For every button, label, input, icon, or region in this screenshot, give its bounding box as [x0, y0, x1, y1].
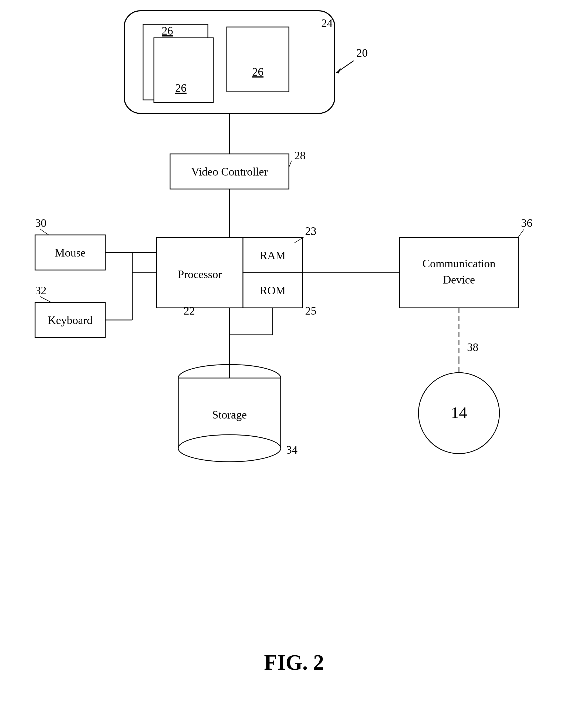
svg-text:36: 36: [521, 217, 532, 229]
svg-text:26: 26: [175, 82, 186, 94]
svg-text:14: 14: [451, 404, 467, 421]
svg-text:Storage: Storage: [212, 409, 247, 421]
svg-text:Processor: Processor: [178, 268, 222, 281]
svg-marker-10: [336, 68, 341, 73]
svg-text:25: 25: [305, 304, 316, 317]
svg-line-43: [518, 230, 524, 237]
svg-text:24: 24: [321, 17, 333, 29]
svg-text:34: 34: [286, 444, 297, 456]
svg-text:28: 28: [294, 149, 305, 162]
svg-text:20: 20: [356, 47, 368, 59]
svg-text:Communication: Communication: [422, 257, 496, 270]
svg-text:26: 26: [162, 25, 173, 37]
diagram-container: 26 26 26 24 20 Video Controller 28 Pr: [0, 0, 588, 708]
svg-line-35: [40, 296, 51, 302]
svg-text:30: 30: [35, 217, 47, 229]
svg-text:ROM: ROM: [260, 284, 286, 297]
svg-text:23: 23: [305, 225, 316, 237]
svg-text:RAM: RAM: [260, 249, 286, 262]
svg-rect-39: [400, 238, 518, 308]
svg-point-47: [178, 435, 281, 462]
svg-text:FIG. 2: FIG. 2: [264, 650, 324, 674]
svg-text:Mouse: Mouse: [55, 246, 86, 259]
svg-text:Device: Device: [443, 273, 475, 286]
svg-text:32: 32: [35, 284, 47, 297]
svg-rect-3: [227, 27, 289, 92]
svg-text:26: 26: [252, 66, 264, 78]
svg-line-30: [40, 229, 49, 235]
svg-text:22: 22: [183, 304, 195, 317]
svg-text:Keyboard: Keyboard: [48, 314, 93, 326]
svg-text:38: 38: [467, 341, 478, 353]
svg-text:Video Controller: Video Controller: [191, 166, 268, 178]
